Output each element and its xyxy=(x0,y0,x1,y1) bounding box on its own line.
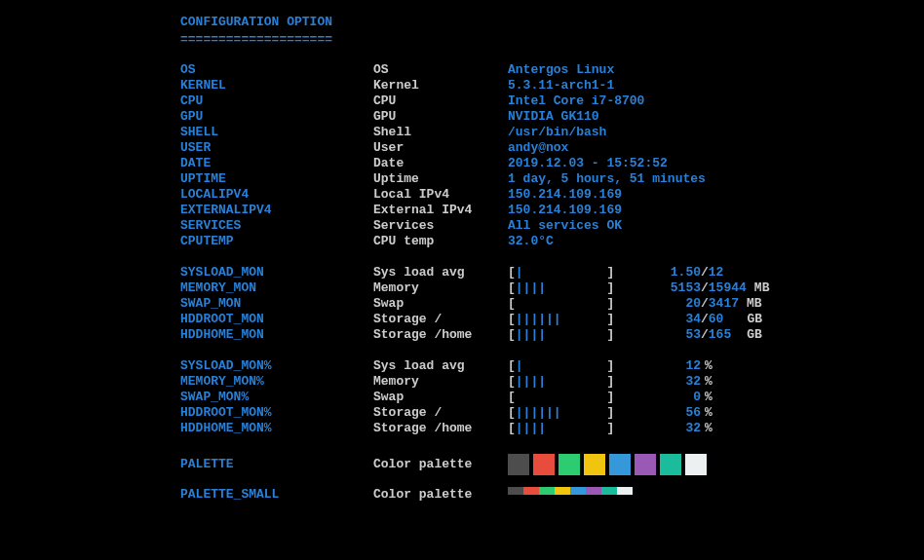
key: UPTIME xyxy=(180,171,373,187)
key: SHELL xyxy=(180,125,373,140)
row-uptime: UPTIME Uptime 1 day, 5 hours, 51 minutes xyxy=(180,171,924,187)
color-swatch xyxy=(660,454,681,475)
label: Color palette xyxy=(373,457,508,472)
key: MEMORY_MON xyxy=(180,280,373,296)
label: Date xyxy=(373,156,508,171)
total-value: 165 xyxy=(709,327,731,343)
row-palette: PALETTE Color palette xyxy=(180,452,924,477)
key: HDDHOME_MON% xyxy=(180,421,373,436)
value: 5.3.11-arch1-1 xyxy=(508,78,614,93)
label: OS xyxy=(373,62,508,78)
pct-sign: % xyxy=(701,358,712,374)
value: NVIDIA GK110 xyxy=(508,109,599,125)
progress-bar: [|||| ] xyxy=(508,327,654,343)
label: Storage / xyxy=(373,405,508,421)
value: Antergos Linux xyxy=(508,62,614,78)
header-title: CONFIGURATION OPTION xyxy=(180,15,924,29)
color-swatch-small xyxy=(539,487,555,495)
key: HDDROOT_MON xyxy=(180,312,373,327)
slash: / xyxy=(701,296,709,312)
row-palette-small: PALETTE_SMALL Color palette xyxy=(180,487,924,503)
row-hddhome-pct: HDDHOME_MON% Storage /home [|||| ] 32% xyxy=(180,421,924,436)
used-value: 5153 xyxy=(654,280,701,296)
color-swatch-small xyxy=(570,487,586,495)
color-swatch xyxy=(508,454,529,475)
used-value: 53 xyxy=(654,327,701,343)
label: Kernel xyxy=(373,78,508,93)
label: CPU xyxy=(373,93,508,109)
color-swatch-small xyxy=(523,487,539,495)
unit: GB xyxy=(731,327,762,343)
label: User xyxy=(373,140,508,156)
value: /usr/bin/bash xyxy=(508,125,606,140)
row-cputemp: CPUTEMP CPU temp 32.0°C xyxy=(180,234,924,249)
label: Shell xyxy=(373,125,508,140)
value: 150.214.109.169 xyxy=(508,187,622,203)
used-value: 20 xyxy=(654,296,701,312)
key: SWAP_MON% xyxy=(180,390,373,405)
value: Intel Core i7-8700 xyxy=(508,93,644,109)
label: GPU xyxy=(373,109,508,125)
unit: GB xyxy=(723,312,762,327)
row-hddhome-mon: HDDHOME_MON Storage /home [|||| ] 53/165… xyxy=(180,327,924,343)
row-user: USER User andy@nox xyxy=(180,140,924,156)
value: All services OK xyxy=(508,218,622,234)
key: USER xyxy=(180,140,373,156)
key: LOCALIPV4 xyxy=(180,187,373,203)
color-swatch xyxy=(533,454,555,475)
slash: / xyxy=(701,265,709,280)
label: Services xyxy=(373,218,508,234)
label: Storage / xyxy=(373,312,508,327)
key: EXTERNALIPV4 xyxy=(180,203,373,218)
label: Sys load avg xyxy=(373,265,508,280)
total-value: 60 xyxy=(709,312,724,327)
value: 1 day, 5 hours, 51 minutes xyxy=(508,171,706,187)
row-memory-mon: MEMORY_MON Memory [|||| ] 5153/15944MB xyxy=(180,280,924,296)
label: Sys load avg xyxy=(373,358,508,374)
value: andy@nox xyxy=(508,140,568,156)
pct-value: 56 xyxy=(654,405,701,421)
row-sysload-pct: SYSLOAD_MON% Sys load avg [| ] 12% xyxy=(180,358,924,374)
label: Memory xyxy=(373,280,508,296)
row-sysload-mon: SYSLOAD_MON Sys load avg [| ] 1.50/12 xyxy=(180,265,924,280)
color-swatch xyxy=(558,454,580,475)
row-swap-pct: SWAP_MON% Swap [ ] 0% xyxy=(180,390,924,405)
pct-value: 12 xyxy=(654,358,701,374)
color-swatch-small xyxy=(601,487,617,495)
slash: / xyxy=(701,327,709,343)
row-swap-mon: SWAP_MON Swap [ ] 20/3417MB xyxy=(180,296,924,312)
label: Swap xyxy=(373,390,508,405)
value: 2019.12.03 - 15:52:52 xyxy=(508,156,668,171)
used-value: 1.50 xyxy=(654,265,701,280)
key: OS xyxy=(180,62,373,78)
pct-sign: % xyxy=(701,374,712,390)
progress-bar: [| ] xyxy=(508,358,654,374)
color-swatch xyxy=(584,454,605,475)
label: Memory xyxy=(373,374,508,390)
key: PALETTE xyxy=(180,457,373,472)
total-value: 15944 xyxy=(709,280,747,296)
key: SYSLOAD_MON xyxy=(180,265,373,280)
progress-bar: [| ] xyxy=(508,265,654,280)
pct-sign: % xyxy=(701,390,712,405)
total-value: 3417 xyxy=(709,296,739,312)
label: Color palette xyxy=(373,487,508,503)
row-services: SERVICES Services All services OK xyxy=(180,218,924,234)
key: MEMORY_MON% xyxy=(180,374,373,390)
label: Uptime xyxy=(373,171,508,187)
row-hddroot-mon: HDDROOT_MON Storage / [|||||| ] 34/60GB xyxy=(180,312,924,327)
value: 150.214.109.169 xyxy=(508,203,622,218)
pct-value: 0 xyxy=(654,390,701,405)
slash: / xyxy=(701,280,709,296)
key: PALETTE_SMALL xyxy=(180,487,373,503)
color-swatch-small xyxy=(586,487,601,495)
row-localip: LOCALIPV4 Local IPv4 150.214.109.169 xyxy=(180,187,924,203)
label: External IPv4 xyxy=(373,203,508,218)
row-cpu: CPU CPU Intel Core i7-8700 xyxy=(180,93,924,109)
color-swatch-small xyxy=(555,487,570,495)
label: CPU temp xyxy=(373,234,508,249)
label: Storage /home xyxy=(373,327,508,343)
used-value: 34 xyxy=(654,312,701,327)
unit: MB xyxy=(739,296,762,312)
key: GPU xyxy=(180,109,373,125)
